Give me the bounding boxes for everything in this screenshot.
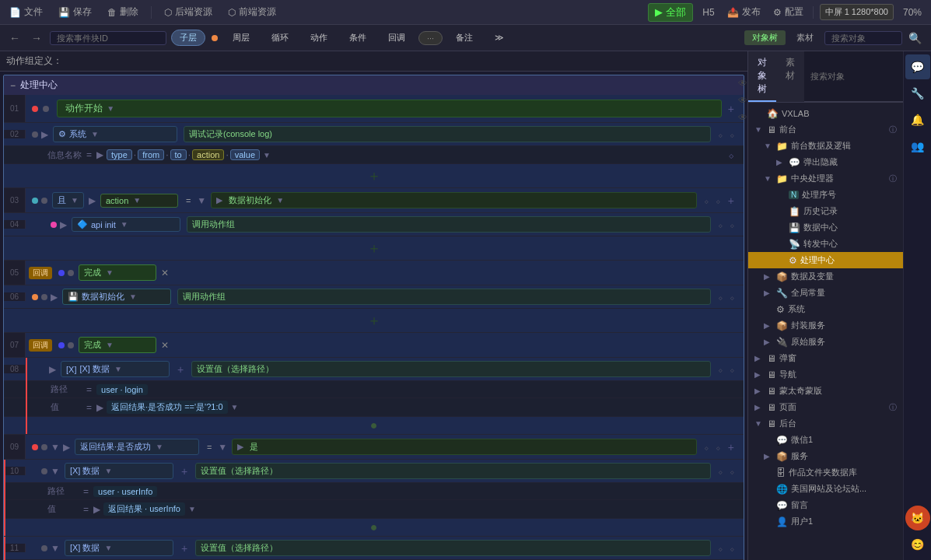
row04-invoke-node[interactable]: 调用动作组 — [187, 216, 711, 233]
ellipsis-tab[interactable]: ··· — [418, 31, 443, 45]
row09-expand1[interactable]: ▼ — [51, 442, 60, 453]
tree-item-global-const[interactable]: ▶ 🔧 全局常量 — [748, 285, 903, 301]
tree-item-works-db[interactable]: 🗄 作品文件夹数据库 — [748, 464, 903, 481]
tree-item-history[interactable]: 📋 历史记录 — [748, 203, 903, 219]
tree-item-page[interactable]: ▶ 🖥 页面 ⓘ — [748, 399, 903, 415]
comment-tab[interactable]: 备注 — [447, 30, 481, 46]
row02-icon1[interactable]: ⬦ — [716, 129, 726, 140]
tree-item-seq[interactable]: N 处理序号 — [748, 187, 903, 203]
start-node[interactable]: 动作开始 ▼ — [57, 100, 722, 117]
avatar-icon[interactable]: 🐱 — [905, 506, 930, 530]
row03-value-node[interactable]: ▶ 数据初始化 ▼ — [211, 192, 697, 208]
row04-icon1[interactable]: ⬦ — [716, 219, 726, 230]
play-all-btn[interactable]: ▶ 全部 — [648, 3, 693, 22]
annotation-tab[interactable]: ≫ — [486, 30, 513, 45]
row11-expand[interactable]: ▼ — [51, 543, 60, 554]
tree-item-wechat[interactable]: 💬 微信1 — [748, 432, 903, 448]
row11-icon1[interactable]: ⬦ — [716, 543, 726, 554]
collapse-btn[interactable]: − — [10, 80, 16, 91]
row03-icon2[interactable]: ⬦ — [713, 195, 723, 206]
object-search-input[interactable] — [824, 31, 902, 45]
row07-close[interactable]: ✕ — [161, 340, 169, 351]
row02-add[interactable]: ＋ — [4, 164, 744, 187]
row06-expand[interactable]: ▶ — [51, 292, 58, 303]
tree-item-backend[interactable]: ▼ 🖥 后台 — [748, 415, 903, 432]
sidebar-search-input[interactable] — [804, 51, 903, 102]
row10-data-node[interactable]: [X] 数据 ▼ — [65, 463, 173, 479]
tree-item-data-center[interactable]: 💾 数据中心 — [748, 219, 903, 236]
frontend-btn[interactable]: ⬡ 前端资源 — [225, 4, 279, 20]
central-info-icon[interactable]: ⓘ — [889, 173, 897, 184]
row02-debug-node[interactable]: 调试记录(console log) — [184, 126, 711, 142]
row06-icon1[interactable]: ⬦ — [716, 292, 726, 303]
tree-item-forward[interactable]: 📡 转发中心 — [748, 236, 903, 252]
tree-item-frontend-data[interactable]: ▼ 📁 前台数据及逻辑 — [748, 138, 903, 154]
tree-item-vxlab[interactable]: 🏠 VXLAB — [748, 106, 903, 121]
tree-item-us-site[interactable]: 🌐 美国网站及论坛站... — [748, 481, 903, 497]
row08-expand[interactable]: ▶ — [49, 364, 56, 375]
child-layer-tab[interactable]: 子层 — [171, 30, 205, 46]
row08-inner-add[interactable]: + — [174, 363, 187, 376]
action-tab[interactable]: 动作 — [302, 30, 336, 46]
tree-item-system[interactable]: ⚙ 系统 — [748, 301, 903, 317]
h5-btn[interactable]: H5 — [699, 5, 717, 19]
tree-item-service[interactable]: ▶ 📦 服务 — [748, 448, 903, 464]
row11-set-node[interactable]: 设置值（选择路径） — [195, 540, 711, 556]
assets-sidebar-tab[interactable]: 素材 — [776, 51, 804, 102]
emoji-icon[interactable]: 😊 — [905, 532, 930, 557]
return-tab[interactable]: 回调 — [380, 30, 414, 46]
assets-tab-btn[interactable]: 素材 — [789, 30, 821, 45]
row08-icon1[interactable]: ⬦ — [716, 364, 726, 375]
tree-item-popup[interactable]: ▶ 💬 弹出隐藏 — [748, 154, 903, 170]
row09-value-node[interactable]: ▶ 是 — [232, 439, 697, 455]
loop-tab[interactable]: 循环 — [263, 30, 297, 46]
save-btn[interactable]: 💾 保存 — [55, 4, 95, 20]
row03-icon1[interactable]: ⬦ — [702, 195, 712, 206]
row08-icon2[interactable]: ⬦ — [727, 364, 737, 375]
row05-complete-node[interactable]: 完成 ▼ — [79, 264, 156, 281]
tree-item-packaged-service[interactable]: ▶ 📦 封装服务 — [748, 317, 903, 334]
row04-api-node[interactable]: 🔷 api init ▼ — [72, 217, 180, 232]
row07-complete-node[interactable]: 完成 ▼ — [79, 337, 156, 353]
deploy-btn[interactable]: ⚙ 配置 — [770, 4, 807, 20]
tree-item-user1[interactable]: 👤 用户1 — [748, 513, 903, 530]
condition-tab[interactable]: 条件 — [341, 30, 375, 46]
row10-inner-add[interactable]: + — [178, 465, 191, 478]
row09-expand2[interactable]: ▶ — [63, 442, 70, 453]
row11-icon2[interactable]: ⬦ — [727, 543, 737, 554]
page-info-icon[interactable]: ⓘ — [889, 402, 897, 413]
row11-inner-add[interactable]: + — [178, 542, 191, 555]
row06-icon2[interactable]: ⬦ — [727, 292, 737, 303]
tree-item-data-vars[interactable]: ▶ 📦 数据及变量 — [748, 268, 903, 285]
row06-data-node[interactable]: 💾 数据初始化 ▼ — [62, 289, 171, 305]
row01-add-btn[interactable]: + — [725, 103, 737, 115]
nav-forward-btn[interactable]: → — [28, 30, 45, 46]
row11-data-node[interactable]: [X] 数据 ▼ — [65, 540, 173, 556]
users-icon[interactable]: 👥 — [905, 134, 930, 159]
backend-btn[interactable]: ⬡ 后端资源 — [161, 4, 215, 20]
tree-item-frontend[interactable]: ▼ 🖥 前台 ⓘ — [748, 121, 903, 138]
nav-back-btn[interactable]: ← — [6, 30, 23, 46]
row03-action-node[interactable]: action ▼ — [100, 194, 178, 208]
row03-expand[interactable]: ▶ — [89, 195, 96, 206]
processing-panel[interactable]: − 处理中心 01 动作开始 ▼ + — [0, 72, 747, 560]
publish-btn[interactable]: 📤 发布 — [724, 4, 764, 20]
row08-set-node[interactable]: 设置值（选择路径） — [191, 361, 711, 377]
row02-system-node[interactable]: ⚙ 系统 ▼ — [53, 126, 177, 142]
tree-item-montage[interactable]: ▶ 🖥 蒙太奇蒙版 — [748, 383, 903, 399]
row09-icon2[interactable]: ⬦ — [713, 442, 723, 453]
objects-tab-btn[interactable]: 对象树 — [744, 30, 786, 45]
row06-invoke-node[interactable]: 调用动作组 — [177, 289, 711, 305]
sibling-layer-tab[interactable]: 周层 — [224, 30, 258, 46]
row10-icon1[interactable]: ⬦ — [716, 466, 726, 477]
row05-close[interactable]: ✕ — [161, 268, 169, 278]
delete-btn[interactable]: 🗑 删除 — [104, 4, 142, 20]
row09-cond-node[interactable]: 返回结果·是否成功 ▼ — [75, 439, 199, 455]
row03-type-node[interactable]: 且 ▼ — [52, 192, 84, 208]
chat-icon[interactable]: 💬 — [905, 54, 930, 79]
row08-data-node[interactable]: [X] [X] 数据 ▼ — [61, 361, 170, 377]
event-search-input[interactable] — [50, 31, 166, 45]
row03-add[interactable]: + — [725, 194, 737, 207]
zoom-level[interactable]: 70% — [900, 5, 925, 19]
row02-icon2[interactable]: ⬦ — [727, 129, 737, 140]
